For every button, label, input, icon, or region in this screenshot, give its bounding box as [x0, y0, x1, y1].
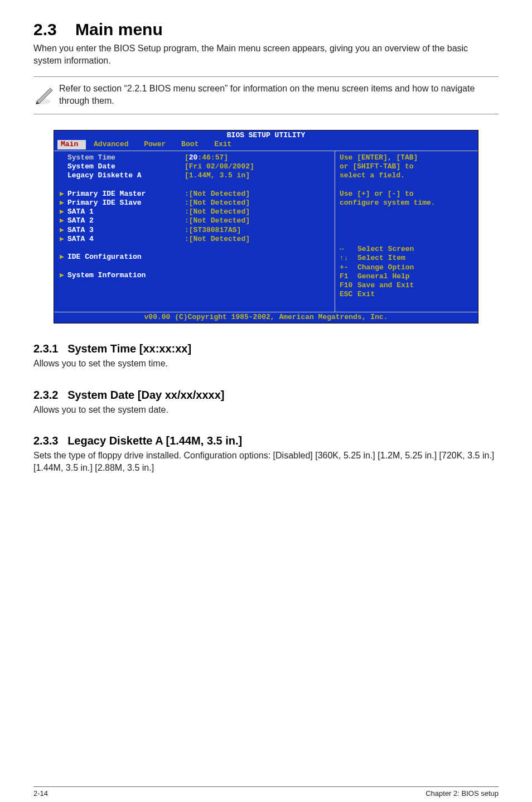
sub-body-3: Sets the type of floppy drive installed.…	[33, 450, 499, 474]
sub-body-2: Allows you to set the system date.	[33, 404, 499, 416]
help-line: or [SHIFT-TAB] to	[340, 162, 473, 171]
row-primary-ide-master[interactable]: ▶ Primary IDE Master :[Not Detected]	[60, 190, 331, 199]
bios-left-pane: System Time [20:46:57] System Date [Fri …	[54, 151, 335, 312]
page-footer: 2-14 Chapter 2: BIOS setup	[33, 786, 499, 798]
section-title-text: Main menu	[75, 20, 163, 38]
bios-footer: v00.00 (C)Copyright 1985-2002, American …	[54, 312, 478, 323]
nav-keys: ↔Select Screen ↑↓Select Item +-Change Op…	[340, 245, 473, 299]
row-sata-3[interactable]: ▶ SATA 3 :[ST380817AS]	[60, 226, 331, 235]
value-legacy-diskette: [1.44M, 3.5 in]	[185, 171, 250, 180]
bios-screenshot: BIOS SETUP UTILITY Main Advanced Power B…	[54, 130, 478, 323]
row-legacy-diskette[interactable]: Legacy Diskette A [1.44M, 3.5 in]	[60, 171, 331, 180]
submenu-icon: ▶	[60, 271, 67, 280]
help-line: configure system time.	[340, 199, 473, 207]
submenu-icon: ▶	[60, 199, 67, 207]
page-number: 2-14	[33, 789, 48, 798]
help-line: Use [+] or [-] to	[340, 190, 473, 199]
note-block: Refer to section “2.2.1 BIOS menu screen…	[33, 77, 499, 114]
sub-heading-1: 2.3.1 System Time [xx:xx:xx]	[33, 342, 499, 355]
intro-paragraph: When you enter the BIOS Setup program, t…	[33, 42, 499, 66]
sub-heading-3: 2.3.3 Legacy Diskette A [1.44M, 3.5 in.]	[33, 434, 499, 447]
value-system-date: [Fri 02/08/2002]	[185, 162, 254, 171]
row-sata-2[interactable]: ▶ SATA 2 :[Not Detected]	[60, 216, 331, 225]
menu-main[interactable]: Main	[57, 140, 86, 149]
row-sata-4[interactable]: ▶ SATA 4 :[Not Detected]	[60, 235, 331, 244]
menu-boot[interactable]: Boot	[178, 140, 206, 149]
bios-title: BIOS SETUP UTILITY	[54, 131, 478, 140]
row-system-time[interactable]: System Time [20:46:57]	[60, 153, 331, 162]
row-system-information[interactable]: ▶ System Information	[60, 271, 331, 280]
chapter-label: Chapter 2: BIOS setup	[425, 789, 499, 798]
section-heading: 2.3 Main menu	[33, 20, 499, 39]
row-ide-configuration[interactable]: ▶ IDE Configuration	[60, 253, 331, 262]
submenu-icon: ▶	[60, 207, 67, 216]
sub-body-1: Allows you to set the system time.	[33, 357, 499, 370]
submenu-icon: ▶	[60, 226, 67, 235]
pencil-icon	[33, 83, 59, 108]
menu-advanced[interactable]: Advanced	[90, 140, 136, 149]
row-system-date[interactable]: System Date [Fri 02/08/2002]	[60, 162, 331, 171]
label-legacy-diskette: Legacy Diskette A	[67, 171, 185, 180]
help-line: select a field.	[340, 171, 473, 180]
bios-menubar: Main Advanced Power Boot Exit	[54, 140, 478, 150]
label-system-time: System Time	[67, 153, 185, 162]
submenu-icon: ▶	[60, 216, 67, 225]
submenu-icon: ▶	[60, 190, 67, 199]
row-primary-ide-slave[interactable]: ▶ Primary IDE Slave :[Not Detected]	[60, 199, 331, 207]
bios-help-pane: Use [ENTER], [TAB] or [SHIFT-TAB] to sel…	[335, 151, 478, 312]
submenu-icon: ▶	[60, 253, 67, 262]
value-system-time: [20:46:57]	[185, 153, 228, 162]
label-system-date: System Date	[67, 162, 185, 171]
help-line: Use [ENTER], [TAB]	[340, 153, 473, 162]
row-sata-1[interactable]: ▶ SATA 1 :[Not Detected]	[60, 207, 331, 216]
section-number: 2.3	[33, 20, 57, 38]
sub-heading-2: 2.3.2 System Date [Day xx/xx/xxxx]	[33, 389, 499, 402]
menu-exit[interactable]: Exit	[211, 140, 239, 149]
submenu-icon: ▶	[60, 235, 67, 244]
note-text: Refer to section “2.2.1 BIOS menu screen…	[59, 83, 499, 107]
menu-power[interactable]: Power	[141, 140, 173, 149]
